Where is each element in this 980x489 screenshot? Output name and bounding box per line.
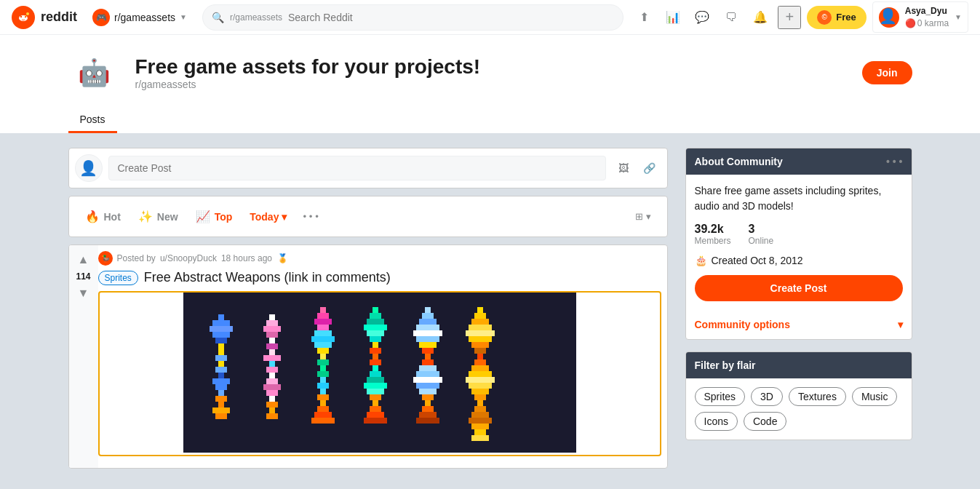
svg-rect-47	[314, 330, 332, 336]
main-feed: 👤 🖼 🔗 🔥 Hot ✨ New 📈 Top Today	[68, 148, 668, 469]
subreddit-selector[interactable]: 🎮 r/gameassets ▼	[86, 5, 194, 30]
filter-tag-textures[interactable]: Textures	[789, 387, 846, 406]
svg-rect-32	[263, 355, 281, 361]
coin-icon: ©	[817, 10, 832, 25]
svg-rect-42	[266, 413, 278, 419]
svg-rect-98	[422, 394, 434, 400]
sort-new-button[interactable]: ✨ New	[131, 204, 186, 229]
share-link-icon[interactable]: ⬆	[632, 6, 656, 29]
create-post-input[interactable]	[108, 156, 606, 180]
comment-icon[interactable]: 🗨	[720, 6, 743, 29]
svg-rect-91	[425, 354, 431, 359]
svg-rect-54	[317, 371, 329, 377]
plus-icon[interactable]: +	[778, 6, 801, 29]
svg-rect-45	[314, 319, 332, 325]
upvote-button[interactable]: ▲	[75, 251, 92, 269]
search-bar[interactable]: 🔍 r/gameassets	[202, 4, 624, 31]
downvote-button[interactable]: ▼	[75, 285, 92, 302]
chart-icon[interactable]: 📊	[661, 6, 685, 29]
svg-rect-7	[218, 314, 224, 320]
members-count: 39.2k	[695, 223, 731, 236]
svg-rect-124	[474, 429, 486, 435]
filter-tag-code[interactable]: Code	[744, 412, 786, 431]
sort-top-button[interactable]: 📈 Top	[188, 204, 240, 229]
filter-tag-icons[interactable]: Icons	[695, 412, 738, 431]
user-avatar: 👤	[879, 7, 899, 28]
top-icon: 📈	[196, 210, 210, 223]
filter-by-flair-card: Filter by flair Sprites 3D Textures Musi…	[685, 351, 912, 440]
chat-icon[interactable]: 💬	[690, 6, 714, 29]
svg-rect-125	[471, 435, 489, 441]
svg-rect-57	[320, 389, 326, 394]
layout-caret-icon: ▾	[646, 211, 651, 222]
svg-point-2	[20, 15, 22, 17]
svg-rect-37	[263, 384, 281, 390]
svg-rect-101	[419, 412, 437, 418]
sort-today-button[interactable]: Today ▾	[242, 205, 294, 228]
filter-tag-3d[interactable]: 3D	[751, 387, 783, 406]
user-name: Asya_Dyu	[905, 5, 949, 17]
user-menu[interactable]: 👤 Asya_Dyu 🔴 0 karma ▼	[872, 1, 968, 33]
svg-rect-43	[320, 307, 326, 313]
community-created-date: 🎂 Created Oct 8, 2012	[695, 255, 903, 266]
svg-rect-117	[471, 389, 489, 394]
search-input[interactable]	[288, 12, 614, 23]
svg-point-4	[26, 12, 29, 15]
sparkle-icon: ✨	[138, 210, 153, 223]
join-button[interactable]: Join	[862, 61, 912, 84]
svg-rect-114	[469, 371, 492, 377]
svg-rect-41	[269, 408, 275, 413]
svg-rect-60	[317, 406, 329, 412]
post-image-container[interactable]	[98, 291, 661, 456]
sidebar-create-post-button[interactable]: Create Post	[695, 275, 903, 301]
about-community-header: About Community • • •	[686, 148, 912, 175]
bell-icon[interactable]: 🔔	[749, 6, 772, 29]
svg-rect-11	[215, 338, 227, 343]
post-author-avatar: 🦆	[98, 251, 113, 266]
svg-rect-70	[370, 348, 381, 354]
filter-tags-container: Sprites 3D Textures Music Icons Code	[686, 378, 912, 440]
svg-rect-81	[367, 412, 384, 418]
subreddit-name: r/gameassets	[114, 12, 175, 23]
svg-rect-90	[422, 348, 434, 354]
filter-tag-music[interactable]: Music	[852, 387, 898, 406]
link-icon[interactable]: 🔗	[638, 156, 661, 180]
post-flair[interactable]: Sprites	[98, 271, 138, 285]
post-author-link[interactable]: u/SnoopyDuck	[160, 253, 217, 263]
svg-rect-56	[317, 383, 329, 389]
about-community-stats: 39.2k Members 3 Online	[695, 223, 903, 246]
svg-rect-24	[215, 413, 227, 419]
about-community-more-icon[interactable]: • • •	[886, 156, 902, 167]
svg-rect-25	[269, 314, 275, 320]
community-options-toggle[interactable]: Community options ▾	[686, 310, 912, 339]
svg-rect-35	[269, 373, 275, 378]
svg-rect-13	[218, 349, 224, 355]
svg-rect-39	[269, 396, 275, 402]
svg-rect-95	[413, 377, 442, 383]
nav-icons: ⬆ 📊 💬 🗨 🔔 + © Free 👤 Asya_Dyu 🔴 0 karma …	[632, 1, 968, 33]
svg-rect-33	[269, 361, 275, 367]
user-info: Asya_Dyu 🔴 0 karma	[905, 5, 949, 30]
tab-posts[interactable]: Posts	[68, 108, 117, 133]
svg-rect-63	[373, 307, 378, 313]
sort-more-button[interactable]: • • •	[297, 205, 324, 228]
svg-rect-12	[218, 343, 224, 349]
svg-rect-92	[422, 359, 434, 365]
online-label: Online	[749, 236, 774, 246]
online-stat: 3 Online	[749, 223, 774, 246]
subreddit-tabs: Posts	[54, 108, 927, 133]
svg-rect-122	[469, 418, 492, 424]
online-count: 3	[749, 223, 774, 236]
sort-hot-button[interactable]: 🔥 Hot	[78, 204, 128, 229]
svg-rect-15	[218, 361, 224, 367]
community-options-chevron-icon: ▾	[898, 319, 903, 330]
svg-rect-51	[320, 354, 326, 359]
svg-rect-59	[320, 400, 326, 406]
reddit-logo[interactable]: reddit	[12, 6, 77, 29]
image-upload-icon[interactable]: 🖼	[612, 156, 635, 180]
about-community-card: About Community • • • Share free game as…	[685, 148, 912, 340]
subreddit-header: 🤖 Free game assets for your projects! r/…	[0, 35, 980, 133]
free-coins-button[interactable]: © Free	[807, 6, 866, 29]
layout-toggle-button[interactable]: ⊞ ▾	[628, 205, 658, 228]
filter-tag-sprites[interactable]: Sprites	[695, 387, 746, 406]
